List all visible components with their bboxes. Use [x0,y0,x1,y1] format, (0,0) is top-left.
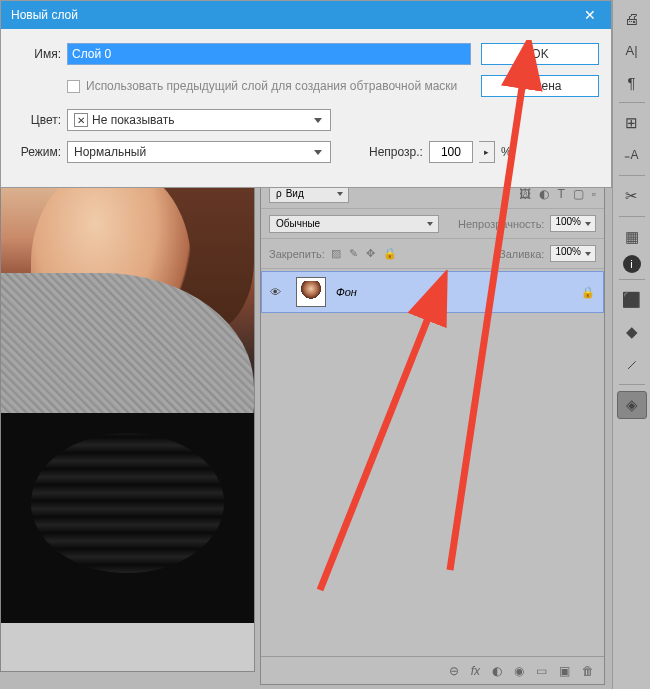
lock-icon: 🔒 [581,286,595,299]
tool-stamp-icon[interactable]: 🖨 [617,4,647,32]
filter-smart-icon[interactable]: ▫ [592,187,596,201]
opacity-label: Непрозр.: [369,145,423,159]
close-icon: ✕ [584,7,596,23]
opacity-spinner[interactable]: ▸ [479,141,495,163]
canvas-area[interactable] [0,152,255,672]
lock-move-icon[interactable]: ✥ [366,247,375,260]
layer-fill-input[interactable]: 100% [550,245,596,262]
clipping-mask-label: Использовать предыдущий слой для создани… [86,79,457,93]
new-layer-icon[interactable]: ▣ [559,664,570,678]
tool-path-icon[interactable]: ⟋ [617,350,647,378]
layers-panel: Слои ≡ ρВид 🖼 ◐ T ▢ ▫ Обычные Непрозрачн… [260,152,605,685]
tool-crossed-icon[interactable]: ✂ [617,182,647,210]
tool-glyph-icon[interactable]: ⊞ [617,109,647,137]
filter-icons: 🖼 ◐ T ▢ ▫ [519,187,596,201]
group-icon[interactable]: ▭ [536,664,547,678]
tool-char-style-icon[interactable]: ₌A [617,141,647,169]
filter-shape-icon[interactable]: ▢ [573,187,584,201]
tool-character-icon[interactable]: A| [617,36,647,64]
x-icon: ✕ [74,113,88,127]
trash-icon[interactable]: 🗑 [582,664,594,678]
visibility-icon[interactable]: 👁 [270,286,286,298]
document-image [1,153,254,623]
cancel-button[interactable]: Отмена [481,75,599,97]
lock-transparent-icon[interactable]: ▨ [331,247,341,260]
filter-type-icon[interactable]: T [557,187,564,201]
new-layer-dialog: Новый слой ✕ Имя: OK Использовать предыд… [0,0,612,188]
filter-adjust-icon[interactable]: ◐ [539,187,549,201]
opacity-panel-label: Непрозрачность: [458,218,544,230]
name-label: Имя: [13,47,61,61]
clipping-mask-checkbox [67,80,80,93]
layer-name-input[interactable] [67,43,471,65]
tool-paragraph-icon[interactable]: ¶ [617,68,647,96]
tool-swatches-icon[interactable]: ▦ [617,223,647,251]
layer-row-background[interactable]: 👁 Фон 🔒 [261,271,604,313]
ok-button[interactable]: OK [481,43,599,65]
tool-info-icon[interactable]: i [623,255,641,273]
mask-icon[interactable]: ◐ [492,664,502,678]
color-select[interactable]: ✕ Не показывать [67,109,331,131]
layer-thumbnail[interactable] [296,277,326,307]
lock-label: Закрепить: [269,248,325,260]
opacity-input[interactable] [429,141,473,163]
mode-select[interactable]: Нормальный [67,141,331,163]
layer-name-label: Фон [336,286,357,298]
mode-label: Режим: [13,145,61,159]
adjustment-icon[interactable]: ◉ [514,664,524,678]
color-label: Цвет: [13,113,61,127]
lock-paint-icon[interactable]: ✎ [349,247,358,260]
lock-all-icon[interactable]: 🔒 [383,247,397,260]
tool-shape3d-icon[interactable]: ◆ [617,318,647,346]
link-icon[interactable]: ⊖ [449,664,459,678]
fx-icon[interactable]: fx [471,664,480,678]
close-button[interactable]: ✕ [569,1,611,29]
tool-layers-icon[interactable]: ◈ [617,391,647,419]
dialog-body: Имя: OK Использовать предыдущий слой для… [1,29,611,187]
dialog-titlebar[interactable]: Новый слой ✕ [1,1,611,29]
blend-mode-select[interactable]: Обычные [269,215,439,233]
layer-opacity-input[interactable]: 100% [550,215,596,232]
dialog-title: Новый слой [11,8,78,22]
layers-footer: ⊖ fx ◐ ◉ ▭ ▣ 🗑 [261,656,604,684]
filter-image-icon[interactable]: 🖼 [519,187,531,201]
right-toolbar: 🖨 A| ¶ ⊞ ₌A ✂ ▦ i ⬛ ◆ ⟋ ◈ [612,0,650,689]
percent-sign: % [501,145,512,159]
fill-label: Заливка: [499,248,544,260]
tool-3d-icon[interactable]: ⬛ [617,286,647,314]
